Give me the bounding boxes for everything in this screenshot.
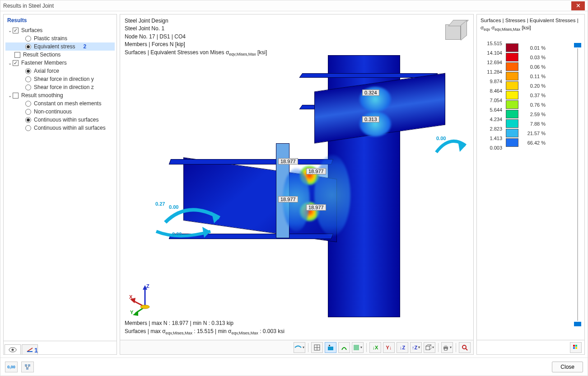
units-button[interactable]: 0,00: [5, 362, 18, 372]
legend-value: 8.464: [481, 88, 506, 94]
svg-rect-37: [26, 367, 28, 370]
chevron-down-icon[interactable]: ⌄: [7, 61, 13, 66]
svg-line-39: [28, 367, 29, 367]
legend-percent: 0.03 %: [518, 55, 546, 60]
radio-axial-force[interactable]: [25, 68, 31, 74]
tree-item-surfaces[interactable]: ⌄ Surfaces: [5, 26, 115, 34]
checkbox-fastener-members[interactable]: [13, 60, 19, 66]
model-viewport[interactable]: 0.324 0.313 18.977 18.977 18.977 18.977 …: [120, 14, 474, 355]
stress-label: 0.313: [362, 116, 379, 122]
viewport-header: Steel Joint Design Steel Joint No. 1 Nod…: [125, 17, 267, 57]
svg-rect-31: [573, 345, 575, 347]
svg-rect-19: [354, 345, 359, 350]
legend-value: 7.054: [481, 98, 506, 103]
radio-shear-y[interactable]: [25, 76, 31, 82]
tree-item-cont-within-surfaces[interactable]: Continuous within surfaces: [5, 116, 115, 124]
tree-item-axial-force[interactable]: Axial force: [5, 67, 115, 75]
legend-percent: 0.76 %: [518, 102, 546, 108]
tree-item-shear-y[interactable]: Shear force in direction y: [5, 75, 115, 83]
radio-cont-within-surfaces[interactable]: [25, 117, 31, 123]
results-tree: ⌄ Surfaces Plastic strains Equivalent st…: [4, 25, 117, 341]
values-button[interactable]: [325, 342, 336, 353]
radio-non-continuous[interactable]: [25, 109, 31, 115]
legend-settings-button[interactable]: [570, 342, 582, 353]
results-sidebar: Results ⌄ Surfaces Plastic strains Equiv…: [3, 14, 117, 355]
tree-item-constant-mesh[interactable]: Constant on mesh elements: [5, 99, 115, 108]
svg-rect-17: [328, 347, 333, 350]
deformation-button[interactable]: [338, 342, 350, 353]
legend-swatch: [506, 119, 518, 128]
legend-swatch: [506, 138, 518, 147]
settings-button[interactable]: [21, 362, 34, 372]
legend-value: 11.284: [481, 69, 506, 75]
annotation-2: 2: [83, 43, 86, 50]
tree-item-cont-within-all[interactable]: Continuous within all surfaces: [5, 124, 115, 132]
sidebar-header: Results: [4, 14, 117, 25]
svg-line-2: [27, 348, 33, 352]
radio-constant-mesh[interactable]: [25, 101, 31, 107]
tree-item-equivalent-stress[interactable]: Equivalent stress 2: [5, 42, 115, 51]
print-button[interactable]: ▾: [441, 342, 453, 353]
checkbox-result-sections[interactable]: [14, 52, 20, 58]
svg-line-25: [429, 348, 431, 350]
svg-rect-32: [575, 345, 577, 347]
view-y-button[interactable]: Y↓: [383, 342, 395, 353]
force-label: 0.00: [169, 204, 178, 210]
scene: 0.324 0.313 18.977 18.977 18.977 18.977 …: [120, 14, 473, 354]
stress-label: 18.977: [278, 158, 298, 164]
radio-equivalent-stress[interactable]: [25, 44, 31, 50]
svg-marker-5: [202, 227, 210, 238]
stress-label: 18.977: [278, 196, 298, 202]
svg-marker-4: [211, 212, 219, 223]
tree-item-result-sections[interactable]: Result Sections: [5, 51, 115, 59]
display-mode-button[interactable]: ▾: [294, 342, 305, 353]
legend-body: 15.5150.01 %14.1040.03 %12.6940.06 %11.2…: [477, 35, 584, 340]
tree-item-non-continuous[interactable]: Non-continuous: [5, 108, 115, 116]
moment-arrow-icon: [152, 195, 242, 245]
close-icon[interactable]: ✕: [571, 1, 585, 10]
legend-swatch: [506, 53, 518, 61]
sidebar-tabs: [4, 341, 117, 354]
view-z-button[interactable]: ↓Z: [397, 342, 408, 353]
iso-view-button[interactable]: ▾: [424, 342, 435, 353]
legend-value: 4.234: [481, 117, 506, 122]
tree-item-result-smoothing[interactable]: ⌄ Result smoothing: [5, 91, 115, 99]
legend-value: 5.644: [481, 107, 506, 113]
checkbox-surfaces[interactable]: [13, 28, 19, 33]
mesh-button[interactable]: [311, 342, 323, 353]
tree-item-plastic-strains[interactable]: Plastic strains: [5, 34, 115, 42]
close-button[interactable]: Close: [552, 362, 583, 372]
radio-plastic-strains[interactable]: [25, 36, 31, 42]
svg-rect-36: [28, 364, 30, 367]
checkbox-result-smoothing[interactable]: [13, 93, 19, 99]
tree-item-fastener-members[interactable]: ⌄ Fastener Members: [5, 59, 115, 67]
svg-point-1: [12, 348, 14, 351]
svg-rect-34: [575, 347, 577, 349]
legend-value: 15.515: [481, 41, 506, 46]
axis-triad[interactable]: Z X Y: [129, 284, 161, 316]
svg-rect-18: [329, 345, 330, 346]
svg-line-30: [466, 348, 467, 350]
view-x-button[interactable]: ↓X: [369, 342, 381, 353]
navigation-cube[interactable]: [442, 17, 469, 44]
svg-marker-12: [133, 310, 138, 316]
tab-eye[interactable]: [5, 344, 21, 354]
force-label: 0.00: [172, 231, 182, 237]
isoband-button[interactable]: ▾: [352, 342, 364, 353]
titlebar: Results in Steel Joint ✕: [0, 0, 588, 11]
chevron-down-icon[interactable]: ⌄: [7, 93, 13, 98]
eye-icon: [9, 347, 17, 352]
force-label: 0.27: [155, 201, 165, 207]
radio-cont-within-all[interactable]: [25, 125, 31, 131]
tree-item-shear-z[interactable]: Shear force in direction z: [5, 83, 115, 91]
legend-percent: 2.59 %: [518, 112, 546, 117]
radio-shear-z[interactable]: [25, 85, 31, 90]
svg-rect-27: [444, 345, 447, 347]
legend-value: 12.694: [481, 60, 506, 65]
legend-percent: 0.20 %: [518, 83, 546, 89]
search-button[interactable]: [459, 342, 471, 353]
stress-label: 18.977: [306, 204, 326, 211]
view-neg-z-button[interactable]: ↑Z▾: [410, 342, 422, 353]
chevron-down-icon[interactable]: ⌄: [7, 28, 13, 33]
legend-slider[interactable]: [574, 43, 582, 326]
